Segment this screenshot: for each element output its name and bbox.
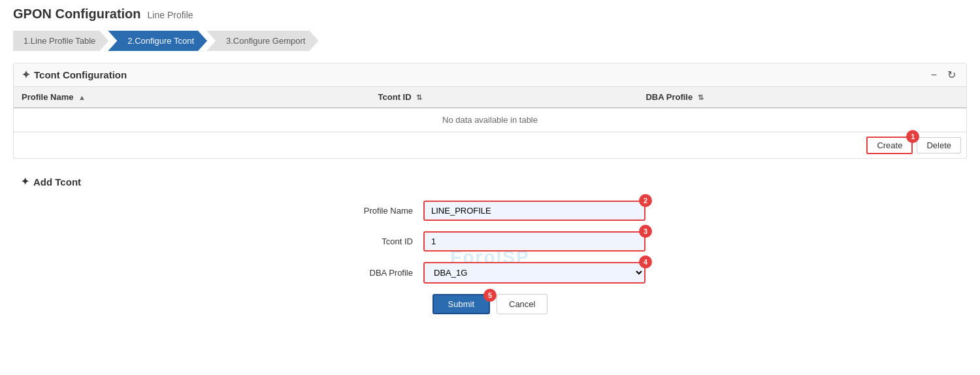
- create-btn-wrapper: 1 Create: [866, 137, 913, 154]
- step-3[interactable]: 3.Configure Gemport: [206, 31, 318, 51]
- badge-4: 4: [639, 255, 652, 269]
- sort-icon-profile: ▲: [78, 93, 86, 101]
- page-subtitle: Line Profile: [148, 10, 193, 20]
- minimize-button[interactable]: −: [928, 69, 939, 81]
- tcont-id-label: Tcont ID: [335, 236, 413, 246]
- step-2[interactable]: 2.Configure Tcont: [108, 31, 207, 51]
- tcont-table: Profile Name ▲ Tcont ID ⇅ DBA Profile ⇅ …: [14, 87, 966, 132]
- tcont-id-input[interactable]: [423, 231, 645, 252]
- sort-icon-tcont: ⇅: [416, 93, 422, 101]
- page-title: GPON Configuration: [13, 7, 141, 22]
- dba-profile-wrapper: DBA_1G DBA_100M DBA_10G 4: [423, 262, 645, 284]
- delete-button[interactable]: Delete: [917, 137, 961, 154]
- profile-name-wrapper: 2: [423, 201, 645, 221]
- badge-3: 3: [639, 225, 652, 238]
- dba-profile-select[interactable]: DBA_1G DBA_100M DBA_10G: [423, 262, 645, 284]
- empty-message: No data available in table: [14, 108, 966, 132]
- badge-5: 5: [483, 289, 497, 302]
- col-profile-name: Profile Name ▲: [14, 87, 370, 108]
- create-button[interactable]: Create: [866, 137, 913, 154]
- add-tcont-section: ✦ Add Tcont Foro|SP Profile Name 2 Tcont…: [13, 169, 967, 327]
- submit-button[interactable]: Submit: [433, 294, 490, 314]
- profile-name-label: Profile Name: [335, 206, 413, 216]
- refresh-button[interactable]: ↻: [945, 69, 958, 81]
- stepper: 1.Line Profile Table 2.Configure Tcont 3…: [13, 31, 967, 51]
- col-dba-profile: DBA Profile ⇅: [638, 87, 966, 108]
- dba-profile-label: DBA Profile: [335, 268, 413, 278]
- panel-header: ✦ Tcont Configuration − ↻: [14, 63, 966, 87]
- table-actions: 1 Create Delete: [14, 132, 966, 158]
- table-row-empty: No data available in table: [14, 108, 966, 132]
- add-tcont-icon: ✦: [21, 176, 29, 188]
- profile-name-input[interactable]: [423, 201, 645, 221]
- panel-controls: − ↻: [928, 69, 958, 81]
- profile-name-row: Profile Name 2: [21, 201, 959, 221]
- cancel-button[interactable]: Cancel: [497, 294, 547, 314]
- add-tcont-form: Foro|SP Profile Name 2 Tcont ID 3 DBA P: [21, 201, 959, 314]
- panel-title: ✦ Tcont Configuration: [22, 69, 127, 81]
- tcont-id-wrapper: 3: [423, 231, 645, 252]
- tcont-configuration-panel: ✦ Tcont Configuration − ↻ Profile Name ▲…: [13, 63, 967, 159]
- dba-profile-row: DBA Profile DBA_1G DBA_100M DBA_10G 4: [21, 262, 959, 284]
- puzzle-icon: ✦: [22, 69, 30, 81]
- tcont-id-row: Tcont ID 3: [21, 231, 959, 252]
- badge-2: 2: [639, 194, 652, 207]
- col-tcont-id: Tcont ID ⇅: [370, 87, 638, 108]
- form-actions: 5 Submit Cancel: [21, 294, 959, 314]
- sort-icon-dba: ⇅: [698, 93, 704, 101]
- step-1[interactable]: 1.Line Profile Table: [13, 31, 108, 51]
- page-header: GPON Configuration Line Profile: [13, 7, 967, 22]
- submit-badge-wrapper: 5 Submit: [433, 294, 490, 314]
- add-tcont-title: ✦ Add Tcont: [21, 176, 959, 188]
